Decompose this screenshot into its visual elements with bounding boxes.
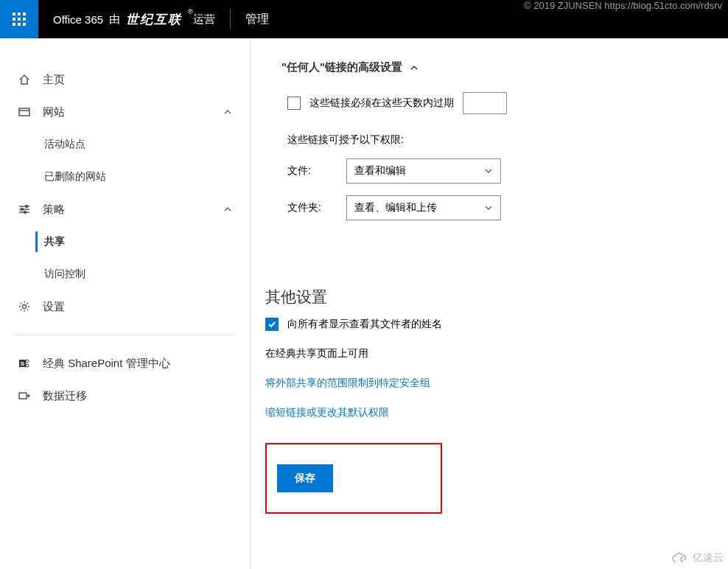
sidebar-item-classic-sharepoint[interactable]: S 经典 SharePoint 管理中心: [0, 347, 250, 380]
sidebar-item-label: 数据迁移: [43, 389, 87, 403]
waffle-icon: [13, 13, 26, 26]
sidebar-item-label: 主页: [43, 73, 65, 87]
svg-point-21: [26, 364, 29, 367]
expire-checkbox[interactable]: [287, 97, 301, 110]
limit-external-link[interactable]: 将外部共享的范围限制到特定安全组: [265, 377, 713, 390]
sidebar-item-label: 已删除的网站: [44, 170, 106, 184]
svg-text:S: S: [21, 360, 25, 367]
check-icon: [267, 320, 276, 329]
file-permissions-dropdown[interactable]: 查看和编辑: [346, 158, 501, 184]
expire-days-input[interactable]: [463, 92, 507, 114]
svg-rect-1: [18, 13, 21, 15]
brand: Office 365 由 世纪互联 ®运营: [38, 11, 230, 28]
folder-label: 文件夹:: [287, 201, 329, 214]
sidebar-item-label: 策略: [43, 203, 65, 217]
dropdown-value: 查看和编辑: [354, 164, 406, 178]
chevron-up-icon: [223, 203, 232, 216]
svg-point-14: [26, 206, 28, 208]
show-owner-label: 向所有者显示查看其文件者的姓名: [287, 318, 442, 331]
svg-rect-9: [19, 108, 29, 116]
svg-rect-2: [23, 13, 26, 15]
section-title: "任何人"链接的高级设置: [281, 60, 402, 74]
gear-icon: [18, 301, 31, 313]
svg-rect-6: [13, 23, 15, 26]
main-content: "任何人"链接的高级设置 这些链接必须在这些天数内过期 这些链接可授予以下权限:…: [251, 38, 728, 569]
sites-icon: [18, 106, 31, 118]
svg-rect-22: [19, 393, 27, 399]
folder-permissions-dropdown[interactable]: 查看、编辑和上传: [346, 195, 501, 220]
sidebar: 主页 网站 活动站点 已删除的网站 策略 共享: [0, 38, 251, 569]
svg-point-20: [26, 360, 29, 363]
sidebar-item-policies[interactable]: 策略: [0, 193, 250, 226]
sidebar-item-access-control[interactable]: 访问控制: [0, 258, 250, 290]
svg-rect-5: [23, 18, 26, 21]
sidebar-item-settings[interactable]: 设置: [0, 290, 250, 323]
shorten-link[interactable]: 缩短链接或更改其默认权限: [265, 406, 713, 419]
classic-available-text: 在经典共享页面上可用: [265, 347, 713, 360]
svg-rect-8: [23, 23, 26, 26]
sidebar-item-sites[interactable]: 网站: [0, 96, 250, 128]
anyone-links-section-toggle[interactable]: "任何人"链接的高级设置: [281, 60, 713, 74]
svg-point-15: [21, 209, 24, 211]
policies-icon: [18, 203, 31, 215]
sidebar-item-label: 经典 SharePoint 管理中心: [43, 357, 170, 371]
other-settings-heading: 其他设置: [265, 287, 713, 307]
svg-point-16: [24, 212, 27, 214]
sidebar-item-active-sites[interactable]: 活动站点: [0, 128, 250, 161]
chevron-down-icon: [484, 167, 493, 175]
sidebar-item-label: 共享: [44, 235, 65, 248]
svg-rect-0: [13, 13, 15, 15]
watermark-top: © 2019 ZJUNSEN https://blog.51cto.com/rd…: [524, 0, 722, 11]
watermark-bottom: 亿速云: [671, 551, 724, 565]
sidebar-item-label: 设置: [43, 300, 65, 314]
dropdown-value: 查看、编辑和上传: [354, 201, 437, 214]
brand-bold: 世纪互联: [126, 11, 182, 28]
migration-icon: [18, 390, 31, 402]
sidebar-item-label: 访问控制: [44, 268, 85, 281]
sidebar-item-label: 活动站点: [44, 138, 85, 151]
chevron-down-icon: [484, 203, 493, 212]
chevron-up-icon: [410, 63, 419, 72]
permissions-intro: 这些链接可授予以下权限:: [287, 133, 713, 147]
cloud-icon: [671, 551, 690, 565]
home-icon: [18, 74, 31, 85]
sharepoint-icon: S: [18, 357, 31, 369]
watermark-text: 亿速云: [693, 551, 724, 565]
divider: [15, 335, 235, 335]
brand-by: 由: [109, 13, 120, 27]
sidebar-item-deleted-sites[interactable]: 已删除的网站: [0, 161, 250, 193]
sidebar-item-migration[interactable]: 数据迁移: [0, 380, 250, 412]
highlight-box: 保存: [265, 443, 442, 514]
svg-rect-7: [18, 23, 21, 26]
brand-prefix: Office 365: [53, 13, 103, 26]
app-title: 管理: [231, 12, 284, 27]
expire-label: 这些链接必须在这些天数内过期: [309, 97, 454, 110]
sidebar-item-sharing[interactable]: 共享: [0, 226, 250, 258]
show-owner-checkbox[interactable]: [265, 318, 279, 331]
svg-rect-3: [13, 18, 15, 21]
brand-suffix: 运营: [193, 13, 215, 25]
sidebar-item-label: 网站: [43, 105, 65, 119]
file-label: 文件:: [287, 164, 329, 178]
app-launcher[interactable]: [0, 0, 38, 38]
chevron-up-icon: [223, 106, 232, 119]
svg-point-17: [23, 305, 27, 309]
svg-rect-4: [18, 18, 21, 21]
sidebar-item-home[interactable]: 主页: [0, 63, 250, 96]
save-button[interactable]: 保存: [277, 464, 333, 492]
